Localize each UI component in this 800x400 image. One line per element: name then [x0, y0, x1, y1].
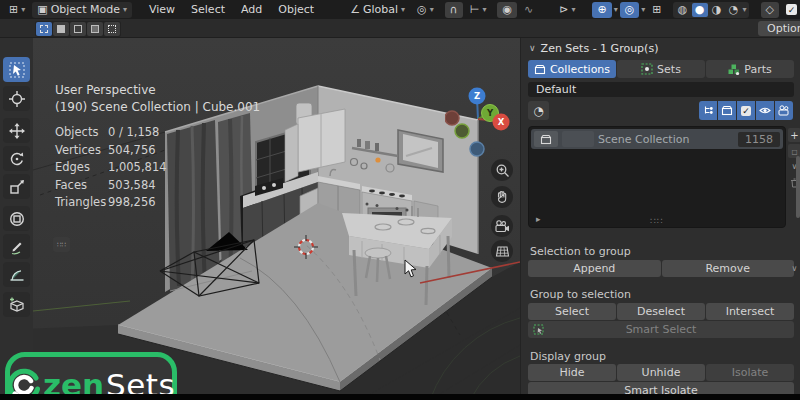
- smart-isolate-button[interactable]: Smart Isolate: [528, 382, 794, 394]
- zen-sets-panel: ∨ Zen Sets - 1 Group(s) Collections Sets: [520, 38, 800, 394]
- select-mode-intersect-button[interactable]: [104, 22, 120, 36]
- chevron-down-icon[interactable]: ▾: [743, 6, 747, 14]
- smart-select-button[interactable]: Smart Select: [528, 321, 794, 338]
- gizmo-icon: ⊕: [597, 4, 606, 15]
- select-mode-set-button[interactable]: [36, 22, 52, 36]
- remove-button[interactable]: Remove: [662, 260, 795, 277]
- tab-parts[interactable]: Parts: [706, 60, 794, 78]
- select-mode-subtract-button[interactable]: [70, 22, 86, 36]
- zen-checkbox-button[interactable]: ✓: [781, 2, 800, 18]
- chevron-down-icon: ▾: [482, 6, 486, 14]
- stat-triangles: Triangles998,256: [55, 194, 167, 212]
- render-display-button[interactable]: [775, 101, 793, 120]
- blender-window: ⊞ ▾ ▣ Object Mode ▾ View Select Add Obje…: [0, 0, 800, 400]
- camera-view-button[interactable]: [491, 215, 513, 237]
- tool-scale[interactable]: [3, 174, 30, 199]
- isolate-button[interactable]: Isolate: [706, 364, 794, 381]
- panel-toolbar: ◔ ✓: [528, 101, 794, 120]
- tool-move[interactable]: [3, 118, 30, 143]
- ortho-toggle-button[interactable]: [491, 240, 513, 262]
- viewport-3d[interactable]: ∷∷ User Perspective (190) Scene Collecti…: [0, 38, 520, 394]
- tool-transform[interactable]: [3, 206, 30, 231]
- menu-select[interactable]: Select: [184, 2, 232, 17]
- stat-label: Objects: [55, 124, 108, 142]
- menu-add[interactable]: Add: [234, 2, 269, 17]
- collection-display-button[interactable]: [718, 101, 736, 120]
- rendered-icon: ◔: [729, 4, 739, 15]
- tool-measure[interactable]: [3, 262, 30, 287]
- checkbox-display-button[interactable]: ✓: [737, 101, 755, 120]
- append-options-button[interactable]: ∨: [788, 262, 800, 276]
- resize-grip[interactable]: ∷∷: [650, 216, 663, 226]
- parts-icon: [728, 64, 740, 75]
- select-button[interactable]: Select: [528, 303, 616, 320]
- stat-label: Vertices: [55, 142, 108, 160]
- snap-toggle[interactable]: ∩: [445, 2, 463, 18]
- select-mode-invert-button[interactable]: [87, 22, 103, 36]
- tab-collections[interactable]: Collections: [528, 60, 616, 78]
- sync-mode-button[interactable]: ◔: [528, 101, 549, 120]
- collection-chip[interactable]: [534, 131, 558, 147]
- expand-arrow-icon[interactable]: ▸: [536, 215, 541, 224]
- show-overlays-toggle[interactable]: ◎: [620, 2, 640, 18]
- snap-target-dropdown[interactable]: ⊢ ▾: [465, 2, 492, 18]
- shading-material-button[interactable]: ◑: [709, 3, 725, 17]
- hide-button[interactable]: Hide: [528, 364, 616, 381]
- color-tag-chip[interactable]: [562, 131, 594, 147]
- editor-type-icon: ⊞: [9, 4, 18, 15]
- select-mode-extend-button[interactable]: [53, 22, 69, 36]
- intersect-button[interactable]: Intersect: [706, 303, 794, 320]
- nav-gizmo[interactable]: Z Y X: [445, 83, 515, 157]
- stat-value: 504,756: [108, 142, 156, 160]
- deselect-button[interactable]: Deselect: [617, 303, 705, 320]
- pivot-point-dropdown[interactable]: ◎ ▾: [412, 2, 439, 18]
- list-item[interactable]: Scene Collection 1158: [531, 129, 783, 149]
- shading-rendered-button[interactable]: ◔: [726, 3, 742, 17]
- logo-zen-text: zen: [43, 370, 104, 395]
- menu-object[interactable]: Object: [271, 2, 321, 17]
- selectability-dropdown[interactable]: ⊳ ▾: [554, 2, 580, 18]
- outliner-sync-button[interactable]: [699, 101, 717, 120]
- tree-icon: [703, 105, 714, 116]
- overlays-icon: ◎: [625, 4, 635, 15]
- shading-wireframe-button[interactable]: ◍: [675, 3, 691, 17]
- stat-edges: Edges1,005,814: [55, 159, 167, 177]
- editor-type-button[interactable]: ⊞ ▾: [4, 2, 30, 18]
- tool-rotate[interactable]: [3, 146, 30, 171]
- group-name-field[interactable]: Default: [528, 82, 794, 97]
- magnet-icon: ∩: [450, 4, 458, 15]
- material-preview-icon: ◑: [712, 4, 722, 15]
- chevron-down-icon[interactable]: ▾: [641, 6, 645, 14]
- selection-to-group-row: Append Remove: [528, 260, 794, 277]
- panel-header[interactable]: ∨ Zen Sets - 1 Group(s): [529, 42, 658, 55]
- unhide-button[interactable]: Unhide: [617, 364, 705, 381]
- zen-diamond-button[interactable]: ◇: [761, 2, 779, 18]
- zen-sets-logo: zenSets For Blender: [5, 352, 177, 394]
- pan-button[interactable]: [491, 186, 513, 208]
- tool-cursor[interactable]: [3, 86, 30, 111]
- tab-sets[interactable]: Sets: [617, 60, 705, 78]
- shading-solid-button[interactable]: ●: [692, 3, 708, 17]
- pivot-icon: ◎: [417, 4, 427, 15]
- main-header: ⊞ ▾ ▣ Object Mode ▾ View Select Add Obje…: [0, 0, 800, 19]
- menu-view[interactable]: View: [142, 2, 182, 17]
- tool-add-cube[interactable]: [3, 292, 30, 317]
- proportional-edit-toggle[interactable]: ◉: [497, 2, 517, 18]
- append-button[interactable]: Append: [528, 260, 661, 277]
- smart-select-row: Smart Select: [528, 321, 794, 338]
- zoom-button[interactable]: [491, 159, 513, 181]
- options-button[interactable]: Options: [758, 21, 800, 36]
- mode-dropdown[interactable]: ▣ Object Mode ▾: [32, 2, 132, 18]
- add-group-button[interactable]: +: [788, 128, 800, 142]
- keypad-indicator: ∷∷: [53, 237, 70, 252]
- show-gizmo-toggle[interactable]: ⊕: [592, 2, 611, 18]
- visibility-display-button[interactable]: [756, 101, 774, 120]
- groups-list: Scene Collection 1158 ▸ ∷∷: [528, 126, 786, 228]
- tool-annotate[interactable]: [3, 234, 30, 259]
- chevron-down-icon[interactable]: ▾: [614, 6, 618, 14]
- xray-toggle[interactable]: ⊞: [647, 2, 666, 18]
- falloff-dropdown[interactable]: ∿: [519, 2, 538, 18]
- panel-scrollbar[interactable]: [796, 156, 800, 218]
- tool-select-box[interactable]: [3, 57, 30, 82]
- transform-orientation-dropdown[interactable]: ∠ Global ▾: [345, 2, 410, 18]
